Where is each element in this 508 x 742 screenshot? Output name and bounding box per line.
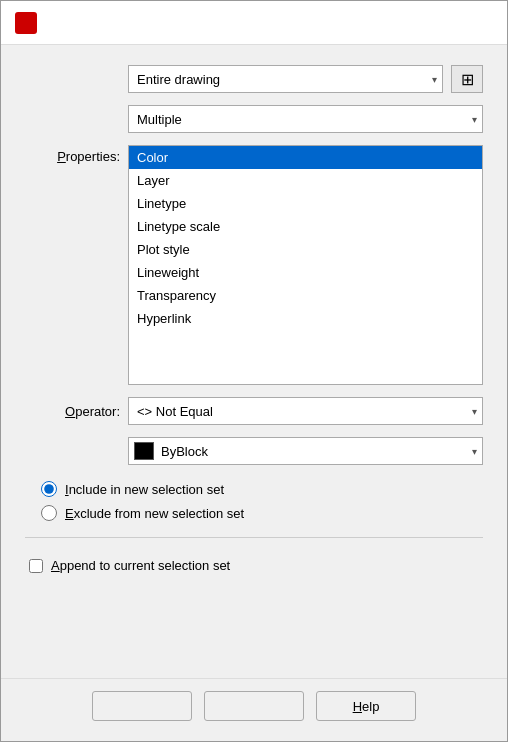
value-row: ByBlock ▾ [25,437,483,465]
list-item[interactable]: Plot style [129,238,482,261]
append-checkbox[interactable] [29,559,43,573]
properties-underline: P [57,149,66,164]
cancel-button[interactable] [204,691,304,721]
help-button[interactable]: Help [316,691,416,721]
title-bar-left [15,12,45,34]
exclude-radio[interactable] [41,505,57,521]
list-item[interactable]: Hyperlink [129,307,482,330]
help-underline: H [353,699,362,714]
close-button[interactable] [465,9,493,37]
include-radio-text: Include in new selection set [65,482,224,497]
quick-select-dialog: Entire drawingCurrent selection ▾ ⊞ Mult… [0,0,508,742]
properties-label: Properties: [25,145,120,164]
operator-wrapper: = Equals<> Not Equal> Greater Than< Less… [128,397,483,425]
color-swatch [134,442,154,460]
object-type-row: MultipleLineArcCircleText ▾ [25,105,483,133]
list-item[interactable]: Linetype scale [129,215,482,238]
operator-label: Operator: [25,404,120,419]
include-radio[interactable] [41,481,57,497]
apply-to-row: Entire drawingCurrent selection ▾ ⊞ [25,65,483,93]
append-checkbox-row: Append to current selection set [25,558,483,573]
list-item[interactable]: Color [129,146,482,169]
apply-to-select[interactable]: Entire drawingCurrent selection [128,65,443,93]
operator-select[interactable]: = Equals<> Not Equal> Greater Than< Less… [128,397,483,425]
object-type-select[interactable]: MultipleLineArcCircleText [128,105,483,133]
exclude-radio-text: Exclude from new selection set [65,506,244,521]
dialog-body: Entire drawingCurrent selection ▾ ⊞ Mult… [1,45,507,678]
list-item[interactable]: Lineweight [129,261,482,284]
object-type-wrapper: MultipleLineArcCircleText ▾ [128,105,483,133]
select-objects-icon: ⊞ [461,70,474,89]
include-radio-label[interactable]: Include in new selection set [41,481,483,497]
app-icon [15,12,37,34]
title-bar [1,1,507,45]
append-checkbox-label[interactable]: Append to current selection set [51,558,230,573]
operator-row: Operator: = Equals<> Not Equal> Greater … [25,397,483,425]
list-item[interactable]: Transparency [129,284,482,307]
radio-group: Include in new selection set Exclude fro… [25,481,483,521]
select-objects-button[interactable]: ⊞ [451,65,483,93]
divider [25,537,483,538]
list-item[interactable]: Layer [129,169,482,192]
dialog-footer: Help [1,678,507,741]
how-to-apply-section: Include in new selection set Exclude fro… [25,477,483,521]
list-item[interactable]: Linetype [129,192,482,215]
operator-label-underline: O [65,404,75,419]
properties-row: Properties: Color Layer Linetype Linetyp… [25,145,483,385]
ok-button[interactable] [92,691,192,721]
apply-to-wrapper: Entire drawingCurrent selection ▾ [128,65,443,93]
properties-listbox[interactable]: Color Layer Linetype Linetype scale Plot… [128,145,483,385]
value-select[interactable]: ByBlock [128,437,483,465]
exclude-radio-label[interactable]: Exclude from new selection set [41,505,483,521]
value-select-wrapper: ByBlock ▾ [128,437,483,465]
